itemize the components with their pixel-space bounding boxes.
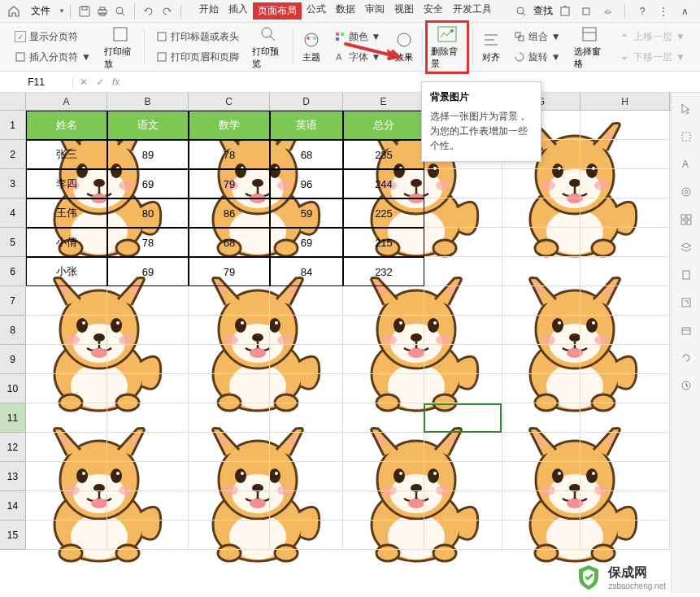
row-header-1[interactable]: 1 — [0, 111, 26, 140]
cell[interactable]: 英语 — [270, 111, 343, 140]
cell[interactable] — [580, 140, 670, 169]
cell[interactable] — [107, 462, 189, 491]
tab-data[interactable]: 数据 — [331, 2, 360, 20]
cell[interactable] — [343, 462, 424, 491]
file-menu[interactable]: 文件 — [24, 4, 57, 18]
cancel-fx-icon[interactable]: ✕ — [80, 76, 88, 88]
cell[interactable] — [580, 345, 670, 374]
grid-panel-icon[interactable] — [678, 211, 694, 228]
cell[interactable] — [343, 521, 424, 550]
tab-dev-tools[interactable]: 开发工具 — [448, 2, 497, 20]
cell[interactable] — [26, 433, 107, 462]
cell[interactable] — [343, 374, 424, 403]
cell[interactable] — [107, 491, 189, 521]
cell[interactable] — [107, 403, 189, 433]
cell[interactable] — [107, 345, 189, 374]
col-header-C[interactable]: C — [189, 93, 270, 110]
rotate-button[interactable]: 旋转▼ — [511, 49, 564, 66]
cell[interactable] — [107, 286, 189, 316]
cell[interactable] — [580, 111, 670, 140]
cell[interactable] — [189, 316, 270, 345]
refresh-panel-icon[interactable] — [678, 350, 694, 366]
cell[interactable] — [270, 433, 343, 462]
cell[interactable] — [580, 491, 670, 521]
cell[interactable] — [424, 316, 502, 345]
cell[interactable]: 59 — [270, 198, 343, 228]
more-icon[interactable]: ⋮ — [654, 2, 672, 20]
help-icon[interactable]: ? — [633, 2, 651, 20]
cell[interactable] — [424, 345, 502, 374]
layers-panel-icon[interactable] — [678, 239, 694, 255]
select-pane-button[interactable]: 选择窗格 — [569, 23, 611, 72]
cell[interactable]: 96 — [270, 169, 343, 198]
move-down-button[interactable]: 下移一层▼ — [615, 49, 689, 66]
cell[interactable] — [580, 403, 670, 433]
archive-panel-icon[interactable] — [678, 322, 694, 338]
row-header-14[interactable]: 14 — [0, 491, 26, 521]
share-icon[interactable] — [556, 2, 574, 20]
cloud-icon[interactable] — [598, 2, 616, 20]
cell[interactable]: 68 — [270, 140, 343, 169]
cell[interactable] — [424, 257, 502, 286]
cell[interactable] — [343, 316, 424, 345]
row-header-10[interactable]: 10 — [0, 374, 26, 403]
row-header-11[interactable]: 11 — [0, 403, 26, 433]
cell[interactable]: 86 — [189, 198, 270, 228]
font-button[interactable]: A字体▼ — [331, 49, 385, 66]
row-header-3[interactable]: 3 — [0, 169, 26, 198]
cell[interactable] — [107, 521, 189, 550]
cell[interactable]: 69 — [107, 257, 189, 286]
tab-security[interactable]: 安全 — [419, 2, 448, 20]
tab-review[interactable]: 审阅 — [360, 2, 389, 20]
cell[interactable] — [26, 374, 107, 403]
col-header-H[interactable]: H — [580, 93, 670, 110]
cell[interactable] — [502, 228, 580, 257]
cell[interactable] — [343, 491, 424, 521]
cell[interactable] — [580, 433, 670, 462]
cell[interactable] — [502, 433, 580, 462]
cell[interactable] — [343, 345, 424, 374]
tab-formula[interactable]: 公式 — [302, 2, 331, 20]
cell[interactable]: 84 — [270, 257, 343, 286]
cell[interactable] — [26, 286, 107, 316]
print-icon[interactable] — [93, 2, 111, 20]
cell[interactable]: 215 — [343, 228, 424, 257]
cell[interactable]: 李四 — [26, 169, 107, 198]
search-label[interactable]: 查找 — [533, 4, 553, 18]
fx-icon[interactable]: fx — [112, 76, 120, 88]
select-all-corner[interactable] — [0, 93, 26, 110]
cell[interactable] — [580, 316, 670, 345]
col-header-B[interactable]: B — [107, 93, 189, 110]
cell[interactable] — [189, 462, 270, 491]
cell[interactable] — [189, 521, 270, 550]
history-panel-icon[interactable] — [678, 377, 694, 394]
cursor-panel-icon[interactable] — [678, 101, 694, 117]
cell[interactable] — [270, 286, 343, 316]
cell[interactable] — [580, 462, 670, 491]
cell[interactable] — [26, 403, 107, 433]
cell[interactable]: 69 — [107, 169, 189, 198]
cell[interactable] — [26, 491, 107, 521]
cell[interactable] — [424, 169, 502, 198]
cell[interactable] — [580, 257, 670, 286]
cell[interactable] — [502, 169, 580, 198]
cell[interactable]: 数学 — [189, 111, 270, 140]
cell[interactable] — [424, 286, 502, 316]
row-header-2[interactable]: 2 — [0, 140, 26, 169]
cell[interactable] — [502, 374, 580, 403]
cell[interactable] — [343, 433, 424, 462]
cell[interactable] — [270, 316, 343, 345]
cell[interactable] — [189, 345, 270, 374]
cell[interactable] — [26, 316, 107, 345]
cell[interactable] — [502, 521, 580, 550]
cell[interactable] — [189, 403, 270, 433]
cell[interactable] — [26, 521, 107, 550]
cell[interactable]: 78 — [189, 140, 270, 169]
cell[interactable]: 68 — [189, 228, 270, 257]
move-up-button[interactable]: 上移一层▼ — [615, 28, 689, 46]
cell[interactable]: 89 — [107, 140, 189, 169]
confirm-fx-icon[interactable]: ✓ — [96, 76, 104, 88]
cell[interactable] — [26, 462, 107, 491]
cell[interactable] — [580, 198, 670, 228]
style-panel-icon[interactable]: A — [678, 156, 694, 172]
